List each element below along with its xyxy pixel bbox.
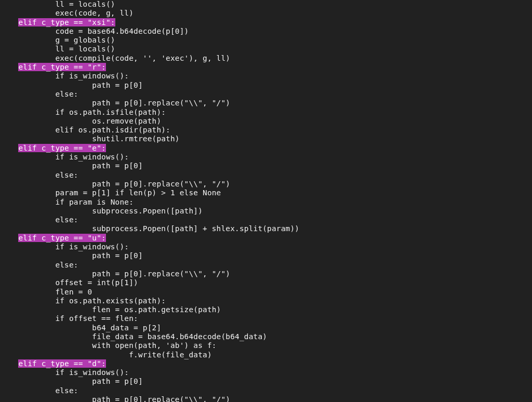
code-line: file_data = base64.b64decode(b64_data) — [0, 332, 267, 341]
code-text: else: — [55, 261, 78, 269]
code-text: exec(compile(code, '', 'exec'), g, ll) — [55, 54, 230, 62]
code-text: shutil.rmtree(path) — [92, 135, 179, 143]
code-line: if is_windows(): — [0, 368, 129, 377]
code-line: path = p[0].replace("\\", "/") — [0, 180, 230, 188]
code-indent — [0, 99, 92, 107]
code-indent — [0, 72, 55, 80]
code-line: path = p[0] — [0, 162, 143, 170]
code-indent — [0, 261, 55, 269]
code-line: param = p[1] if len(p) > 1 else None — [0, 189, 221, 197]
code-text: else: — [55, 171, 78, 179]
code-indent — [0, 341, 92, 350]
code-text: f.write(file_data) — [129, 351, 212, 359]
code-line: if is_windows(): — [0, 243, 129, 251]
code-indent — [0, 81, 92, 89]
highlighted-code: elif c_type == "e": — [18, 144, 105, 152]
code-text: ll = locals() — [55, 45, 115, 53]
code-text: path = p[0].replace("\\", "/") — [92, 180, 230, 188]
code-indent — [0, 324, 92, 332]
code-indent — [0, 126, 55, 134]
code-text: path = p[0] — [92, 162, 143, 170]
code-text: path = p[0] — [92, 251, 143, 260]
code-line: path = p[0].replace("\\", "/") — [0, 395, 230, 402]
highlighted-code: elif c_type == "d": — [18, 359, 105, 368]
code-indent — [0, 288, 55, 296]
code-line: os.remove(path) — [0, 117, 161, 125]
code-text: if is_windows(): — [55, 368, 129, 377]
code-indent — [0, 45, 55, 53]
code-indent — [0, 63, 18, 71]
code-line: b64_data = p[2] — [0, 324, 161, 332]
code-text: path = p[0] — [92, 377, 143, 385]
code-indent — [0, 27, 55, 35]
code-indent — [0, 278, 55, 287]
code-text: else: — [55, 90, 78, 98]
code-indent — [0, 180, 92, 188]
code-indent — [0, 368, 55, 377]
code-line: path = p[0].replace("\\", "/") — [0, 270, 230, 278]
code-line: if is_windows(): — [0, 72, 129, 80]
code-indent — [0, 198, 55, 206]
code-text: path = p[0].replace("\\", "/") — [92, 270, 230, 278]
code-text: subprocess.Popen([path] + shlex.split(pa… — [92, 224, 299, 233]
code-line: else: — [0, 386, 78, 395]
code-line: path = p[0] — [0, 81, 143, 89]
code-line: if os.path.isfile(path): — [0, 108, 166, 116]
code-text: flen = os.path.getsize(path) — [92, 305, 221, 314]
code-text: else: — [55, 386, 78, 395]
code-line: else: — [0, 90, 78, 98]
code-line: else: — [0, 216, 78, 224]
code-indent — [0, 144, 18, 152]
code-line: elif c_type == "d": — [0, 359, 106, 368]
highlighted-code: elif c_type == "xsi": — [18, 18, 115, 26]
code-text: path = p[0].replace("\\", "/") — [92, 395, 230, 402]
code-text: if offset == flen: — [55, 314, 138, 323]
code-line: if param is None: — [0, 198, 134, 206]
code-indent — [0, 18, 18, 26]
code-indent — [0, 171, 55, 179]
code-text: os.remove(path) — [92, 117, 161, 125]
code-text: path = p[0] — [92, 81, 143, 89]
code-line: elif c_type == "u": — [0, 234, 106, 242]
code-text: g = globals() — [55, 36, 115, 44]
code-indent — [0, 234, 18, 242]
code-text: b64_data = p[2] — [92, 324, 161, 332]
code-line: f.write(file_data) — [0, 351, 212, 359]
code-indent — [0, 0, 55, 8]
code-text: param = p[1] if len(p) > 1 else None — [55, 189, 221, 197]
code-indent — [0, 54, 55, 62]
code-indent — [0, 377, 92, 385]
code-line: shutil.rmtree(path) — [0, 135, 180, 143]
code-indent — [0, 189, 55, 197]
code-line: offset = int(p[1]) — [0, 278, 138, 287]
code-indent — [0, 216, 55, 224]
code-text: ll = locals() — [55, 0, 115, 8]
code-indent — [0, 359, 18, 368]
code-indent — [0, 386, 55, 395]
code-line: else: — [0, 171, 78, 179]
code-text: if os.path.exists(path): — [55, 297, 166, 305]
code-block: ll = locals() exec(code, g, ll) elif c_t… — [0, 0, 532, 402]
code-line: g = globals() — [0, 36, 115, 44]
code-indent — [0, 108, 55, 116]
code-line: else: — [0, 261, 78, 269]
code-indent — [0, 36, 55, 44]
code-line: ll = locals() — [0, 0, 115, 8]
code-text: if param is None: — [55, 198, 134, 206]
code-text: exec(code, g, ll) — [55, 9, 134, 17]
code-indent — [0, 207, 92, 215]
code-line: elif c_type == "r": — [0, 63, 106, 71]
code-indent — [0, 224, 92, 233]
code-text: code = base64.b64decode(p[0]) — [55, 27, 189, 35]
code-line: path = p[0].replace("\\", "/") — [0, 99, 230, 107]
code-line: with open(path, 'ab') as f: — [0, 341, 217, 350]
code-line: path = p[0] — [0, 251, 143, 260]
code-indent — [0, 117, 92, 125]
code-indent — [0, 297, 55, 305]
code-line: elif os.path.isdir(path): — [0, 126, 170, 134]
highlighted-code: elif c_type == "u": — [18, 234, 105, 242]
code-line: if is_windows(): — [0, 153, 129, 161]
code-text: if is_windows(): — [55, 72, 129, 80]
code-line: path = p[0] — [0, 377, 143, 385]
code-indent — [0, 153, 55, 161]
